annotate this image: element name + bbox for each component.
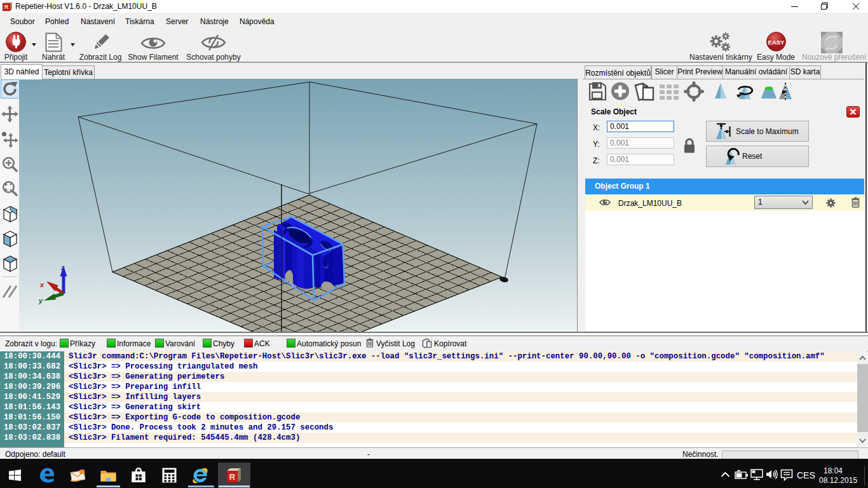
svg-text:y: y <box>38 297 43 304</box>
svg-text:EASY: EASY <box>768 39 785 46</box>
svg-text:z: z <box>60 264 65 271</box>
svg-text:R: R <box>229 472 236 482</box>
svg-text:R: R <box>4 4 9 10</box>
svg-text:x: x <box>39 281 44 288</box>
